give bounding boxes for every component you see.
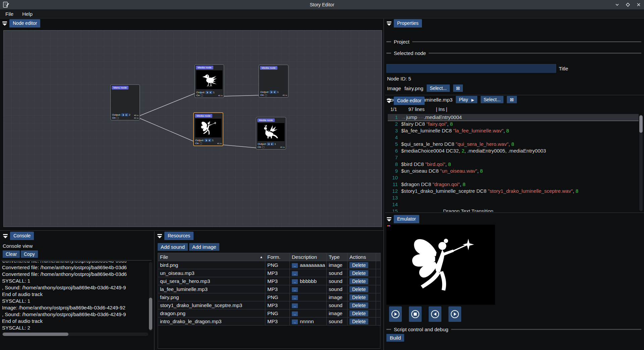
- collapse-icon[interactable]: [386, 217, 392, 222]
- output-prev-button[interactable]: [121, 113, 124, 116]
- output-next-button[interactable]: [209, 91, 212, 94]
- output-next-button[interactable]: [273, 91, 276, 94]
- collapse-icon[interactable]: [157, 234, 162, 239]
- output-next-button[interactable]: [125, 113, 128, 116]
- code-line[interactable]: 2$fairy DC8 "fairy.qoi", 8: [388, 121, 639, 127]
- output-next-button[interactable]: [271, 142, 274, 145]
- code-line[interactable]: 11$dragon DC8 "dragon.qoi", 8: [388, 181, 639, 188]
- collapse-icon[interactable]: [3, 234, 8, 239]
- sound-play-button[interactable]: Play ▶: [456, 96, 477, 103]
- console-clear-button[interactable]: Clear: [3, 250, 20, 258]
- column-description[interactable]: Description: [290, 253, 327, 261]
- collapse-icon[interactable]: [386, 21, 392, 26]
- edit-description-button[interactable]: ..: [292, 279, 298, 284]
- column-type[interactable]: Type: [327, 253, 347, 261]
- sound-clear-button[interactable]: ⊠: [507, 96, 517, 103]
- output-prev-button[interactable]: [267, 142, 270, 145]
- add-sound-button[interactable]: Add sound: [158, 243, 188, 251]
- edit-description-button[interactable]: ..: [292, 319, 298, 324]
- delete-button[interactable]: Delete: [350, 286, 368, 292]
- table-row[interactable]: dragon.pngPNG..imageDelete: [158, 309, 381, 317]
- code-line[interactable]: 10: [388, 174, 639, 181]
- table-row[interactable]: intro_drako_le_dragon.mp3MP3..nnnnnsound…: [158, 317, 381, 326]
- sort-ascending-icon[interactable]: ▲: [260, 255, 263, 259]
- build-button[interactable]: Build: [386, 334, 404, 342]
- output-prev-button[interactable]: [270, 91, 273, 94]
- code-vscrollbar[interactable]: [639, 115, 643, 211]
- maximize-icon[interactable]: [625, 1, 631, 8]
- output-prev-button[interactable]: [206, 91, 209, 94]
- output-prev-button[interactable]: [205, 139, 208, 142]
- on-checkbox[interactable]: [265, 94, 267, 96]
- title-input[interactable]: [386, 64, 556, 73]
- tab-node-editor[interactable]: Node editor: [9, 19, 40, 27]
- add-image-button[interactable]: Add image: [189, 243, 219, 251]
- menu-file[interactable]: File: [5, 11, 13, 17]
- close-icon[interactable]: [635, 1, 642, 8]
- table-row[interactable]: qui_sera_le_hero.mp3MP3..bbbbbbsoundDele…: [158, 277, 381, 285]
- collapse-icon[interactable]: [2, 21, 7, 26]
- delete-button[interactable]: Delete: [350, 294, 368, 300]
- code-line[interactable]: 3$la_fee_luminelle DC8 "la_fee_luminelle…: [388, 127, 639, 134]
- on-checkbox[interactable]: [262, 146, 264, 148]
- edit-description-button[interactable]: ..: [292, 263, 298, 268]
- code-line[interactable]: 6$mediaChoice0004 DC32, 2, .mediaEntry00…: [388, 148, 639, 154]
- stop-button[interactable]: [409, 306, 422, 322]
- code-line[interactable]: 5$qui_sera_le_hero DC8 "qui_sera_le_hero…: [388, 141, 639, 148]
- delete-button[interactable]: Delete: [350, 310, 368, 316]
- delete-button[interactable]: Delete: [350, 302, 368, 308]
- node-output-ports[interactable]: #1 to: [217, 142, 222, 145]
- delete-button[interactable]: Delete: [350, 270, 368, 276]
- collapse-icon[interactable]: [386, 99, 392, 104]
- media-node-dragon[interactable]: Media node Output: 1 On #1 to: [256, 117, 286, 150]
- code-line[interactable]: 1→jump····.mediaEntry0004: [388, 114, 639, 121]
- media-node-bird[interactable]: Media node Output: 1 On #1 to: [195, 64, 224, 98]
- code-line[interactable]: 14: [388, 201, 639, 208]
- on-checkbox[interactable]: [200, 142, 202, 144]
- delete-button[interactable]: Delete: [350, 318, 368, 325]
- code-line[interactable]: 12$story1_drako_luminelle_sceptre DC8 "s…: [388, 188, 639, 194]
- image-clear-button[interactable]: ⊠: [453, 84, 463, 92]
- on-checkbox[interactable]: [117, 117, 119, 119]
- edit-description-button[interactable]: ..: [292, 311, 298, 316]
- table-row[interactable]: un_oiseau.mp3MP3..soundDelete: [158, 269, 381, 277]
- media-node-empty[interactable]: Media node Output: 1 On #1 to: [259, 65, 288, 98]
- column-file[interactable]: File ▲: [158, 253, 265, 261]
- table-row[interactable]: fairy.pngPNG..imageDelete: [158, 293, 381, 301]
- code-line[interactable]: 9$un_oiseau DC8 "un_oiseau.wav", 8: [388, 168, 639, 174]
- play-button[interactable]: [389, 306, 402, 322]
- code-editor-area[interactable]: 1→jump····.mediaEntry00042$fairy DC8 "fa…: [388, 114, 639, 212]
- node-output-ports[interactable]: #0 to #1 to: [134, 114, 139, 119]
- code-line[interactable]: 7: [388, 154, 639, 161]
- edit-description-button[interactable]: ..: [292, 303, 298, 308]
- step-forward-button[interactable]: [448, 306, 461, 322]
- delete-button[interactable]: Delete: [350, 278, 368, 284]
- menu-help[interactable]: Help: [22, 11, 33, 17]
- console-vscrollbar[interactable]: [149, 262, 152, 331]
- node-output-ports[interactable]: #1 to: [218, 94, 223, 97]
- code-line[interactable]: 13: [388, 194, 639, 201]
- tab-console[interactable]: Console: [10, 232, 34, 240]
- menu-node[interactable]: Menu node Output: 2 On #0 to #1 to: [110, 84, 140, 120]
- tab-properties[interactable]: Properties: [394, 19, 422, 27]
- console-hscrollbar[interactable]: [2, 333, 148, 336]
- code-line[interactable]: 4: [388, 134, 639, 141]
- minimize-icon[interactable]: [614, 1, 621, 8]
- code-line[interactable]: 15 Dragon Text Transition: [388, 208, 639, 212]
- tab-emulator[interactable]: Emulator: [394, 215, 419, 223]
- media-node-fairy[interactable]: Media node Output: 1 On #1 to: [193, 112, 223, 146]
- console-output[interactable]: Convertered file: /home/anthony/ostproj/…: [2, 261, 148, 331]
- table-row[interactable]: story1_drako_luminelle_sceptre.mp3MP3..s…: [158, 301, 381, 309]
- delete-button[interactable]: Delete: [350, 262, 368, 268]
- column-form[interactable]: Form.: [265, 253, 290, 261]
- edit-description-button[interactable]: ..: [292, 295, 298, 300]
- output-next-button[interactable]: [208, 139, 211, 142]
- node-editor-canvas[interactable]: Menu node Output: 2 On #0 to #1 to Media…: [3, 30, 382, 227]
- image-select-button[interactable]: Select...: [427, 84, 450, 92]
- code-line[interactable]: 8$bird DC8 "bird.qoi", 8: [388, 161, 639, 168]
- tab-code-editor[interactable]: Code editor: [394, 97, 425, 105]
- node-output-ports[interactable]: #1 to: [283, 94, 287, 97]
- table-row[interactable]: bird.pngPNG..aaaaaaaaaimageDelete: [158, 261, 381, 269]
- sound-select-button[interactable]: Select...: [481, 96, 504, 103]
- table-row[interactable]: la_fee_luminelle.mp3MP3..soundDelete: [158, 285, 381, 293]
